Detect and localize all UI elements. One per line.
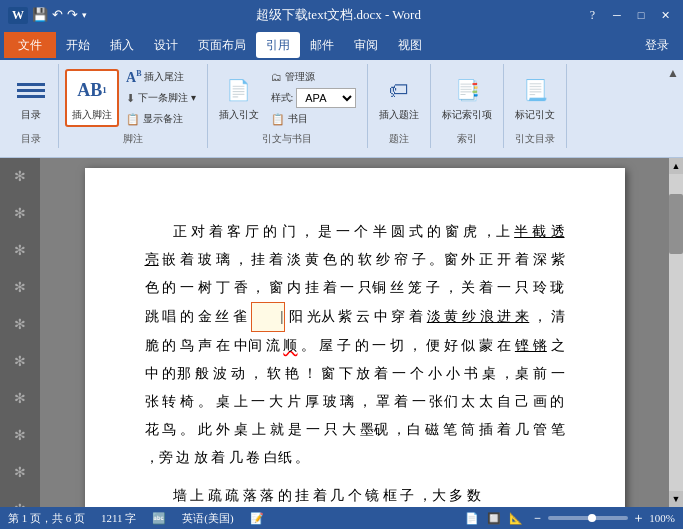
scrollbar-down-button[interactable]: ▼ xyxy=(669,491,683,507)
next-footnote-label: 下一条脚注 ▾ xyxy=(138,91,196,105)
ribbon-items-authorities: 📃 标记引文 xyxy=(510,66,560,130)
insert-footnote-label: 插入脚注 xyxy=(72,108,112,122)
caption-group-label: 题注 xyxy=(389,130,409,146)
help-icon[interactable]: ? xyxy=(590,8,595,23)
zoom-thumb xyxy=(588,514,596,522)
toc-label: 目录 xyxy=(21,108,41,122)
status-bar: 第 1 页，共 6 页 1211 字 🔤 英语(美国) 📝 📄 🔲 📐 － ＋ … xyxy=(0,507,683,529)
caption-icon: 🏷 xyxy=(383,74,415,106)
zoom-slider[interactable] xyxy=(548,516,628,520)
document-scroll-area[interactable]: 正 对 着 客 厅 的 门 ， 是 一 个 半 圆 式 的 窗 虎 ，上 半 截… xyxy=(40,158,669,507)
menu-insert[interactable]: 插入 xyxy=(100,32,144,58)
menu-view[interactable]: 视图 xyxy=(388,32,432,58)
zoom-in-button[interactable]: ＋ xyxy=(632,509,645,527)
menu-references[interactable]: 引用 xyxy=(256,32,300,58)
ribbon-group-authorities: 📃 标记引文 引文目录 xyxy=(504,64,567,148)
margin-mark-3: ✻ xyxy=(14,242,26,259)
margin-mark-7: ✻ xyxy=(14,390,26,407)
insert-caption-label: 插入题注 xyxy=(379,108,419,122)
ribbon-collapse[interactable]: ▲ xyxy=(667,64,679,148)
mark-index-button[interactable]: 📑 标记索引项 xyxy=(437,69,497,127)
title-bar-controls: ? ─ □ ✕ xyxy=(590,7,675,23)
toc-button[interactable]: 目录 xyxy=(10,69,52,127)
citation-icon: 📄 xyxy=(223,74,255,106)
quick-redo-icon[interactable]: ↷ xyxy=(67,7,78,23)
insert-endnote-button[interactable]: AB 插入尾注 xyxy=(121,67,201,87)
close-button[interactable]: ✕ xyxy=(655,7,675,23)
menu-review[interactable]: 审阅 xyxy=(344,32,388,58)
ribbon-items-index: 📑 标记索引项 xyxy=(437,66,497,130)
ribbon-items-caption: 🏷 插入题注 xyxy=(374,66,424,130)
footnote-icon: AB1 xyxy=(76,74,108,106)
ribbon-items-toc: 目录 xyxy=(10,66,52,130)
view-icon-outline[interactable]: 📐 xyxy=(509,512,523,525)
menu-design[interactable]: 设计 xyxy=(144,32,188,58)
word-logo-icon: W xyxy=(8,7,28,24)
index-group-label: 索引 xyxy=(457,130,477,146)
menu-start[interactable]: 开始 xyxy=(56,32,100,58)
paragraph-1: 正 对 着 客 厅 的 门 ， 是 一 个 半 圆 式 的 窗 虎 ，上 半 截… xyxy=(145,218,565,472)
title-bar-left: W 💾 ↶ ↷ ▾ xyxy=(8,7,87,24)
status-right: 📄 🔲 📐 － ＋ 100% xyxy=(465,509,675,527)
document-text[interactable]: 正 对 着 客 厅 的 门 ， 是 一 个 半 圆 式 的 窗 虎 ，上 半 截… xyxy=(145,218,565,507)
maximize-button[interactable]: □ xyxy=(631,7,651,23)
next-footnote-button[interactable]: ⬇ 下一条脚注 ▾ xyxy=(121,88,201,108)
quick-save-icon[interactable]: 💾 xyxy=(32,7,48,23)
menu-page-layout[interactable]: 页面布局 xyxy=(188,32,256,58)
ribbon-group-toc: 目录 目录 xyxy=(4,64,59,148)
document-scrollbar[interactable]: ▲ ▼ xyxy=(669,158,683,507)
zoom-level: 100% xyxy=(649,512,675,524)
insert-caption-button[interactable]: 🏷 插入题注 xyxy=(374,69,424,127)
style-dropdown[interactable]: APA MLA Chicago xyxy=(296,88,356,108)
bibliography-button[interactable]: 📋 书目 xyxy=(266,109,362,129)
margin-mark-1: ✻ xyxy=(14,168,26,185)
view-icon-web[interactable]: 🔲 xyxy=(487,512,501,525)
view-icon-print[interactable]: 📄 xyxy=(465,512,479,525)
scrollbar-up-button[interactable]: ▲ xyxy=(669,158,683,174)
quick-undo-icon[interactable]: ↶ xyxy=(52,7,63,23)
style-select-row: 样式: APA MLA Chicago xyxy=(266,88,362,108)
ribbon-group-footnote: AB1 插入脚注 AB 插入尾注 ⬇ 下一条脚注 ▾ 📋 xyxy=(59,64,208,148)
ribbon-items-citation: 📄 插入引文 🗂 管理源 样式: APA MLA Chicago xyxy=(214,66,362,130)
margin-mark-9: ✻ xyxy=(14,464,26,481)
scrollbar-thumb[interactable] xyxy=(669,194,683,254)
ribbon-content: 目录 目录 AB1 插入脚注 AB 插入尾注 xyxy=(0,60,683,148)
margin-mark-5: ✻ xyxy=(14,316,26,333)
insert-citation-button[interactable]: 📄 插入引文 xyxy=(214,69,264,127)
style-label: 样式: xyxy=(271,91,294,105)
left-margin: ✻ ✻ ✻ ✻ ✻ ✻ ✻ ✻ ✻ ✻ xyxy=(0,158,40,507)
minimize-button[interactable]: ─ xyxy=(607,7,627,23)
menu-bar: 文件 开始 插入 设计 页面布局 引用 邮件 审阅 视图 登录 xyxy=(0,30,683,60)
footnote-secondary: AB 插入尾注 ⬇ 下一条脚注 ▾ 📋 显示备注 xyxy=(121,67,201,129)
manage-sources-button[interactable]: 🗂 管理源 xyxy=(266,67,362,87)
insert-citation-label: 插入引文 xyxy=(219,108,259,122)
manage-sources-label: 管理源 xyxy=(285,70,315,84)
citation-group-label: 引文与书目 xyxy=(262,130,312,146)
show-notes-button[interactable]: 📋 显示备注 xyxy=(121,109,201,129)
margin-mark-4: ✻ xyxy=(14,279,26,296)
track-changes-icon[interactable]: 📝 xyxy=(250,512,264,525)
mark-citation-button[interactable]: 📃 标记引文 xyxy=(510,69,560,127)
bibliography-label: 书目 xyxy=(288,112,308,126)
margin-mark-8: ✻ xyxy=(14,427,26,444)
ribbon-group-index: 📑 标记索引项 索引 xyxy=(431,64,504,148)
menu-file[interactable]: 文件 xyxy=(4,32,56,58)
margin-mark-2: ✻ xyxy=(14,205,26,222)
zoom-out-button[interactable]: － xyxy=(531,509,544,527)
toc-group-label: 目录 xyxy=(21,130,41,146)
show-notes-label: 显示备注 xyxy=(143,112,183,126)
ribbon-items-footnote: AB1 插入脚注 AB 插入尾注 ⬇ 下一条脚注 ▾ 📋 xyxy=(65,66,201,130)
margin-mark-10: ✻ xyxy=(14,501,26,507)
document-page: 正 对 着 客 厅 的 门 ， 是 一 个 半 圆 式 的 窗 虎 ，上 半 截… xyxy=(85,168,625,507)
title-bar: W 💾 ↶ ↷ ▾ 超级下载text文档.docx - Word ? ─ □ ✕ xyxy=(0,0,683,30)
page-indicator: 第 1 页，共 6 页 xyxy=(8,511,85,526)
menu-mail[interactable]: 邮件 xyxy=(300,32,344,58)
insert-footnote-button[interactable]: AB1 插入脚注 xyxy=(65,69,119,127)
mark-citation-label: 标记引文 xyxy=(515,108,555,122)
login-button[interactable]: 登录 xyxy=(635,32,679,58)
ribbon-group-caption: 🏷 插入题注 题注 xyxy=(368,64,431,148)
toc-icon xyxy=(15,74,47,106)
word-count: 1211 字 xyxy=(101,511,136,526)
insert-endnote-label: 插入尾注 xyxy=(144,70,184,84)
zoom-bar: － ＋ 100% xyxy=(531,509,675,527)
